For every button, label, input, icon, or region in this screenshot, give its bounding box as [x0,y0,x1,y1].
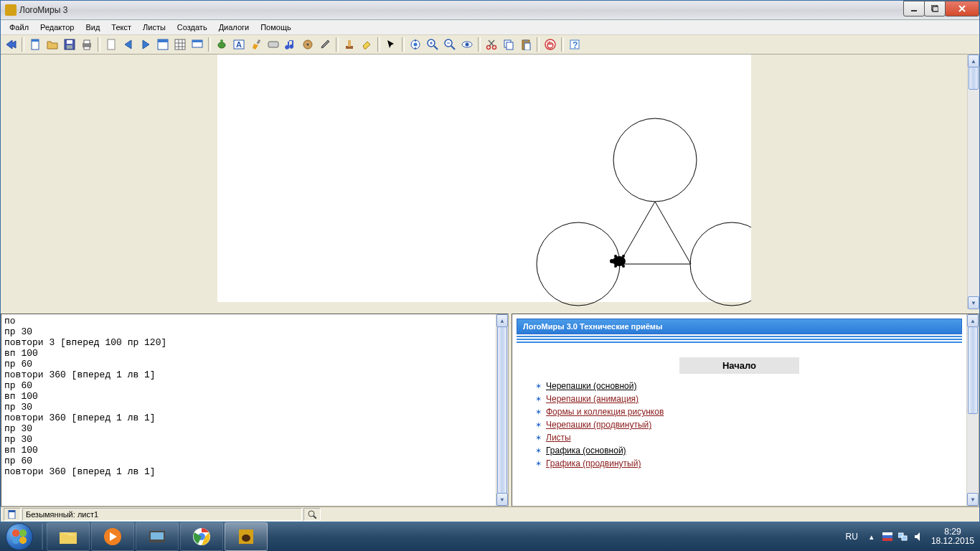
taskbar-media-player[interactable] [91,522,134,551]
tray-volume-icon[interactable] [913,531,925,542]
menu-dialogs[interactable]: Диалоги [213,22,255,33]
toolbar-separator [561,37,564,52]
scroll-down-button[interactable]: ▼ [968,296,979,309]
taskbar-logoworlds[interactable] [225,522,268,551]
copy-button[interactable] [501,37,517,52]
text-box-button[interactable]: A [231,37,247,52]
menu-view[interactable]: Вид [80,22,105,33]
lang-indicator[interactable]: RU [846,532,858,542]
taskbar-explorer[interactable] [47,522,90,551]
maximize-button[interactable] [924,1,946,17]
menubar: Файл Редактор Вид Текст Листы Создать Ди… [1,20,979,35]
scroll-up-button[interactable]: ▲ [967,314,979,327]
cut-icon [486,39,497,50]
scroll-down-button[interactable]: ▼ [967,493,979,506]
help-link[interactable]: Черепашки (продвинутый) [546,420,651,430]
menu-editor[interactable]: Редактор [34,22,80,33]
scroll-down-button[interactable]: ▼ [496,493,508,506]
start-button[interactable] [0,522,39,551]
pointer-button[interactable] [383,37,399,52]
scroll-thumb[interactable] [497,326,507,494]
arrow-right-button[interactable] [138,37,154,52]
taskbar-separator [42,524,43,550]
help-links: ✶Черепашки (основной)✶Черепашки (анимаци… [535,381,962,468]
svg-rect-2 [933,6,938,11]
menu-sheets[interactable]: Листы [137,22,171,33]
tray-network-icon[interactable] [897,531,909,542]
grid-icon [174,39,186,50]
close-button[interactable] [945,1,979,17]
help-link[interactable]: Графика (продвинутый) [546,458,641,468]
svg-point-57 [537,222,620,306]
toolbar-separator [402,37,405,52]
help-button[interactable]: ? [567,37,583,52]
status-zoom-icon[interactable] [303,508,321,521]
taskbar-app1[interactable] [136,522,179,551]
scroll-up-button[interactable]: ▲ [496,314,508,327]
toolbar-separator [377,37,380,52]
svg-rect-14 [175,39,185,50]
eye-button[interactable] [459,37,475,52]
svg-rect-9 [84,40,90,44]
bullet-star-icon: ✶ [535,433,542,443]
clock-date: 18.12.2015 [931,537,974,546]
turtle-button[interactable] [214,37,230,52]
hatch-button[interactable] [407,37,423,52]
svg-point-61 [610,259,614,263]
help-section-title: Начало [517,360,962,371]
save-disk-button[interactable] [62,37,77,52]
code-scrollbar[interactable]: ▲ ▼ [496,314,508,506]
menu-file[interactable]: Файл [4,22,34,33]
titlebar[interactable]: ЛогоМиры 3 [1,1,979,20]
arrow-left-button[interactable] [121,37,136,52]
music-note-button[interactable] [283,37,298,52]
cut-button[interactable] [484,37,499,52]
canvas-wrap [1,55,967,309]
minimize-button[interactable] [903,1,925,17]
menu-text[interactable]: Текст [105,22,137,33]
zoom-in-button[interactable] [425,37,440,52]
menu-create[interactable]: Создать [171,22,213,33]
help-link[interactable]: Черепашки (основной) [546,381,636,391]
help-link[interactable]: Графика (основной) [546,446,626,456]
magnifier-icon [308,510,316,519]
drawing-canvas[interactable] [217,55,751,302]
eraser-button[interactable] [359,37,374,52]
scroll-thumb[interactable] [969,67,979,90]
scroll-up-button[interactable]: ▲ [968,55,979,67]
button-button[interactable] [265,37,281,52]
undo-arrow-button[interactable] [3,37,19,52]
stop-hand-icon [545,39,556,50]
print-button[interactable] [79,37,95,52]
eyedropper-button[interactable] [317,37,333,52]
new-page-button[interactable] [103,37,119,52]
code-pane[interactable]: по пр 30 повтори 3 [вперед 100 пр 120] в… [1,314,509,507]
help-link[interactable]: Черепашки (анимация) [546,394,639,404]
grid-button[interactable] [172,37,188,52]
layout-button[interactable] [155,37,171,52]
text-box-icon: A [233,39,245,50]
help-scrollbar[interactable]: ▲ ▼ [966,314,979,506]
stamp-icon [344,39,355,50]
tray-flag-icon[interactable] [882,531,893,542]
stamp-button[interactable] [341,37,357,52]
audio-button[interactable] [300,37,316,52]
open-folder-button[interactable] [44,37,60,52]
tray-clock[interactable]: 8:29 18.12.2015 [931,527,974,546]
help-link-row: ✶Формы и коллекция рисунков [535,407,962,417]
svg-rect-26 [268,42,278,47]
presentation-button[interactable] [189,37,205,52]
zoom-out-button[interactable] [442,37,458,52]
menu-help[interactable]: Помощь [255,22,297,33]
page-button[interactable] [27,37,43,52]
taskbar-chrome[interactable] [180,522,223,551]
scroll-thumb[interactable] [968,326,978,414]
svg-line-40 [451,46,455,50]
paint-button[interactable] [248,37,264,52]
canvas-scrollbar[interactable]: ▲ ▼ [967,55,979,309]
help-link[interactable]: Формы и коллекция рисунков [546,407,664,417]
stop-hand-button[interactable] [542,37,558,52]
help-link[interactable]: Листы [546,433,571,443]
tray-chevron-icon[interactable]: ▴ [866,531,877,542]
paste-button[interactable] [518,37,534,52]
